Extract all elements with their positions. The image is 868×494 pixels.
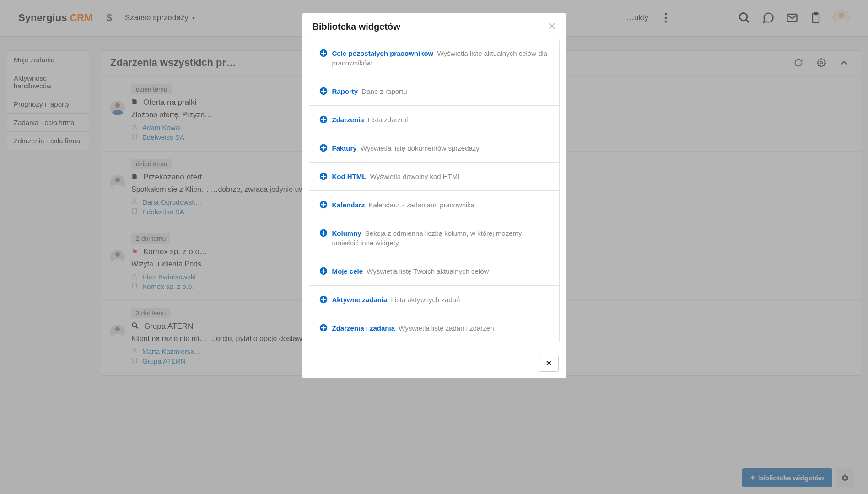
widget-item-desc: Lista zdarzeń: [368, 116, 409, 124]
plus-circle-icon: [319, 267, 328, 275]
modal-overlay[interactable]: Biblioteka widgetów ✕ Cele pozostałych p…: [0, 0, 868, 494]
modal-title: Biblioteka widgetów: [313, 22, 548, 32]
plus-circle-icon: [319, 115, 328, 124]
plus-circle-icon: [319, 295, 328, 304]
widget-library-item[interactable]: Cele pozostałych pracowników Wyświetla l…: [309, 39, 560, 77]
widget-item-name: Cele pozostałych pracowników: [332, 49, 434, 57]
plus-circle-icon: [319, 324, 328, 332]
widget-item-desc: Dane z raportu: [361, 87, 407, 95]
plus-circle-icon: [319, 229, 328, 237]
widget-item-desc: Wyświetla listę zadań i zdarzeń: [399, 324, 494, 332]
plus-circle-icon: [319, 201, 328, 209]
widget-item-name: Faktury: [332, 144, 357, 152]
widget-library-item[interactable]: Zdarzenia Lista zdarzeń: [309, 105, 560, 134]
widget-item-name: Kolumny: [332, 229, 361, 237]
widget-item-name: Zdarzenia i zadania: [332, 324, 395, 332]
widget-library-modal: Biblioteka widgetów ✕ Cele pozostałych p…: [302, 13, 566, 378]
widget-library-item[interactable]: Kolumny Sekcja z odmienną liczbą kolumn,…: [309, 219, 560, 257]
widget-item-desc: Wyświetla dowolny kod HTML: [370, 173, 462, 180]
widget-item-name: Moje cele: [332, 267, 363, 275]
widget-library-item[interactable]: Raporty Dane z raportu: [309, 77, 560, 106]
plus-circle-icon: [319, 144, 328, 152]
widget-item-desc: Wyświetla listę dokumentów sprzedaży: [361, 144, 480, 152]
plus-circle-icon: [319, 87, 328, 95]
widget-item-desc: Kalendarz z zadaniami pracownika: [368, 201, 474, 209]
widget-library-item[interactable]: Kod HTML Wyświetla dowolny kod HTML: [309, 162, 560, 191]
widget-library-item[interactable]: Aktywne zadania Lista aktywnych zadań: [309, 285, 560, 314]
widget-library-item[interactable]: Faktury Wyświetla listę dokumentów sprze…: [309, 134, 560, 163]
widget-item-name: Kod HTML: [332, 173, 367, 180]
widget-item-name: Kalendarz: [332, 201, 365, 209]
widget-item-name: Zdarzenia: [332, 116, 364, 124]
plus-circle-icon: [319, 49, 328, 57]
close-button[interactable]: ✕: [539, 355, 559, 372]
widget-item-name: Aktywne zadania: [332, 296, 388, 304]
plus-circle-icon: [319, 172, 328, 180]
close-icon[interactable]: ✕: [548, 21, 556, 33]
widget-item-desc: Lista aktywnych zadań: [391, 296, 460, 304]
widget-library-item[interactable]: Kalendarz Kalendarz z zadaniami pracowni…: [309, 190, 560, 219]
widget-library-item[interactable]: Moje cele Wyświetla listę Twoich aktualn…: [309, 257, 560, 286]
widget-item-desc: Wyświetla listę Twoich aktualnych celów: [367, 267, 489, 275]
widget-item-name: Raporty: [332, 87, 358, 95]
widget-library-item[interactable]: Zdarzenia i zadania Wyświetla listę zada…: [309, 314, 560, 342]
